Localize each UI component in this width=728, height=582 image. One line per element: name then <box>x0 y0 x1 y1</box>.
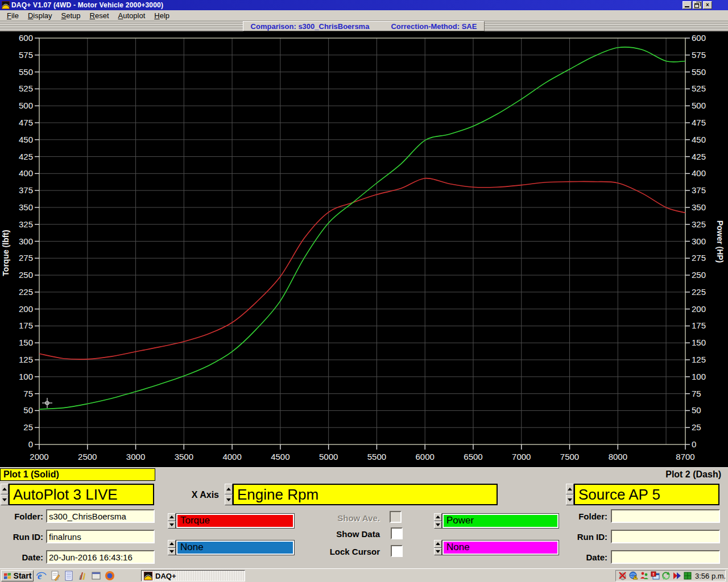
spin-down-icon[interactable] <box>434 521 442 529</box>
channel1-combo[interactable]: Torque <box>176 513 295 529</box>
plot1-runid-input[interactable] <box>46 530 155 543</box>
svg-text:8700: 8700 <box>676 452 694 462</box>
plot2-header: Plot 2 (Dash) <box>665 469 721 480</box>
globe-alert-icon[interactable] <box>629 571 638 580</box>
spin-up-icon[interactable] <box>1 484 9 494</box>
plot2-source-spinner[interactable] <box>566 484 574 505</box>
plot2-runid-input[interactable] <box>611 530 720 543</box>
window-title: DAQ+ V1.07 (4WD - Motor Vehicle 2000+300… <box>11 1 163 9</box>
spin-down-icon[interactable] <box>168 521 176 529</box>
correction-method-label: Correction-Method: SAE <box>391 22 477 31</box>
spin-up-icon[interactable] <box>168 540 176 548</box>
svg-text:75: 75 <box>692 389 701 398</box>
grid-icon[interactable] <box>683 571 692 580</box>
spin-up-icon[interactable] <box>434 513 442 521</box>
channel1-spinner[interactable] <box>168 513 176 529</box>
svg-text:450: 450 <box>19 135 33 144</box>
svg-text:425: 425 <box>19 152 33 161</box>
svg-text:2500: 2500 <box>78 452 97 462</box>
dyno-chart[interactable]: 0025255050757510010012512515015017517520… <box>0 31 728 467</box>
svg-text:125: 125 <box>19 355 33 364</box>
plot2-folder-label: Folder: <box>563 512 607 521</box>
spin-up-icon[interactable] <box>434 540 442 548</box>
plot1-source-spinner[interactable] <box>1 484 9 505</box>
show-ave-label: Show Ave. <box>296 513 380 523</box>
close-button[interactable]: × <box>703 1 712 9</box>
channel2-combo[interactable]: None <box>176 540 295 555</box>
firefox-icon[interactable] <box>105 571 115 581</box>
menu-setup[interactable]: Setup <box>57 11 85 20</box>
plot1-source-combo[interactable]: AutoPlot 3 LIVE <box>9 484 154 505</box>
svg-text:7000: 7000 <box>512 452 531 462</box>
spin-down-icon[interactable] <box>566 494 574 505</box>
channel3-spinner[interactable] <box>434 513 442 529</box>
sync-icon[interactable] <box>661 571 671 580</box>
svg-text:e: e <box>38 571 42 581</box>
plot2-source-combo[interactable]: Source AP 5 <box>574 484 719 505</box>
x-axis-spinner[interactable] <box>225 484 233 505</box>
comparison-label: Comparison: s300_ChrisBoersma <box>251 22 370 31</box>
svg-text:475: 475 <box>19 118 33 127</box>
svg-text:525: 525 <box>19 84 33 93</box>
minimize-button[interactable] <box>682 1 692 9</box>
svg-text:4500: 4500 <box>271 452 289 462</box>
spin-up-icon[interactable] <box>566 484 574 494</box>
menu-reset[interactable]: Reset <box>85 11 114 20</box>
spin-down-icon[interactable] <box>434 548 442 556</box>
x-axis-combo[interactable]: Engine Rpm <box>233 484 498 505</box>
svg-text:450: 450 <box>692 135 706 144</box>
channel2-spinner[interactable] <box>168 540 176 555</box>
menu-file[interactable]: File <box>2 11 23 20</box>
svg-text:350: 350 <box>692 202 706 212</box>
svg-text:125: 125 <box>692 355 706 364</box>
spin-down-icon[interactable] <box>168 548 176 556</box>
taskbar: Start e DAQ+ <box>0 568 728 582</box>
restore-button[interactable] <box>693 1 702 9</box>
svg-text:425: 425 <box>692 152 706 161</box>
plot1-folder-input[interactable] <box>46 509 155 523</box>
ie-icon[interactable]: e <box>36 571 47 581</box>
notes-icon[interactable] <box>64 571 74 581</box>
channel4-spinner[interactable] <box>434 540 442 555</box>
channel3-combo[interactable]: Power <box>442 513 559 529</box>
spin-down-icon[interactable] <box>225 494 233 505</box>
svg-text:7500: 7500 <box>560 452 579 462</box>
menu-help[interactable]: Help <box>150 11 174 20</box>
plot2-date-input[interactable] <box>611 550 720 564</box>
daq-icon <box>144 572 152 580</box>
people-icon[interactable] <box>640 571 649 580</box>
channel4-combo[interactable]: None <box>442 540 559 555</box>
svg-text:300: 300 <box>19 236 33 246</box>
comparison-toolbar: Comparison: s300_ChrisBoersma Correction… <box>0 21 728 31</box>
svg-text:325: 325 <box>692 219 706 229</box>
daq-task-button[interactable]: DAQ+ <box>141 570 245 581</box>
mouse-disabled-icon[interactable] <box>618 571 627 580</box>
show-data-checkbox[interactable] <box>391 527 403 539</box>
svg-text:100: 100 <box>19 372 33 381</box>
plot-settings-panel: Plot 1 (Solid) Plot 2 (Dash) AutoPlot 3 … <box>0 467 728 568</box>
svg-text:575: 575 <box>19 50 33 60</box>
plot1-folder-label: Folder: <box>0 512 43 521</box>
start-button[interactable]: Start <box>1 570 34 581</box>
spin-up-icon[interactable] <box>225 484 233 494</box>
spin-down-icon[interactable] <box>1 494 9 505</box>
svg-text:200: 200 <box>692 304 706 314</box>
mail-page-icon[interactable] <box>50 571 60 581</box>
svg-text:300: 300 <box>692 236 706 246</box>
lock-cursor-checkbox[interactable] <box>391 545 403 557</box>
menu-autoplot[interactable]: Autoplot <box>114 11 150 20</box>
svg-text:50: 50 <box>23 405 33 415</box>
svg-text:150: 150 <box>692 338 706 347</box>
task-button-label: DAQ+ <box>155 572 176 580</box>
plot2-folder-input[interactable] <box>611 509 720 523</box>
alert-window-icon[interactable]: ! <box>651 571 660 580</box>
window-icon[interactable] <box>91 571 101 581</box>
paint-icon[interactable] <box>77 571 88 581</box>
spin-up-icon[interactable] <box>168 513 176 521</box>
svg-text:6000: 6000 <box>416 452 435 462</box>
fast-forward-icon[interactable] <box>672 571 681 580</box>
svg-text:50: 50 <box>692 405 701 415</box>
menu-display[interactable]: Display <box>23 11 57 20</box>
plot1-date-input[interactable] <box>46 550 155 564</box>
plot1-date-label: Date: <box>0 552 43 562</box>
